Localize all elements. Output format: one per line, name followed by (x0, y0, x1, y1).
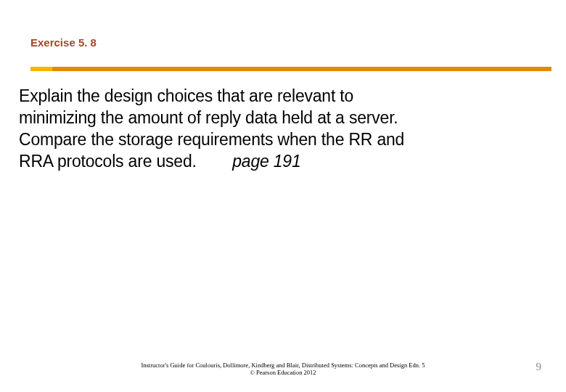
page-reference: page 191 (232, 152, 300, 171)
footer-credits: Instructor's Guide for Coulouris, Dollim… (0, 362, 566, 376)
slide: Exercise 5. 8 Explain the design choices… (0, 0, 566, 392)
footer-line: © Pearson Education 2012 (250, 369, 316, 376)
divider-accent-right (52, 67, 551, 71)
footer-line: Instructor's Guide for Coulouris, Dollim… (141, 362, 424, 369)
divider-rule (30, 67, 551, 73)
exercise-title: Exercise 5. 8 (30, 36, 97, 49)
body-text: Explain the design choices that are rele… (19, 86, 544, 173)
body-line: RRA protocols are used. (19, 152, 232, 171)
page-number: 9 (536, 361, 542, 373)
body-line: Explain the design choices that are rele… (19, 86, 353, 105)
body-line: minimizing the amount of reply data held… (19, 108, 398, 127)
body-line: Compare the storage requirements when th… (19, 130, 404, 149)
divider-accent-left (30, 67, 52, 71)
